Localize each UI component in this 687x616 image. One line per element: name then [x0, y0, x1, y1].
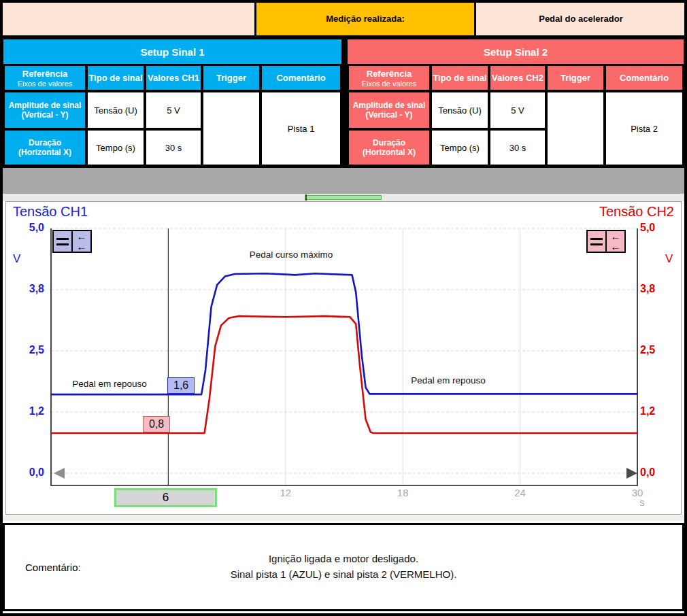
comment-text: Ignição ligada e motor desligado. Sinal …: [5, 551, 682, 582]
setup2-col-trigger: Trigger: [546, 64, 605, 91]
ch2-channel-controls[interactable]: ← ←: [586, 230, 626, 253]
setup1-table: Setup Sinal 1 Referência Eixos de valore…: [1, 37, 344, 168]
ch1-axis-title: Tensão CH1: [13, 204, 88, 220]
setup1-amplitude-tipo: Tensão (U): [86, 91, 145, 129]
scroll-left-icon[interactable]: [54, 468, 65, 479]
time-scrollbar[interactable]: [1, 194, 686, 201]
setup1-amplitude-valor: 5 V: [145, 91, 202, 129]
x-tick-label: 30: [624, 487, 651, 498]
y-tick-label-right: 0,0: [640, 466, 669, 479]
ch2-levels-icon[interactable]: [586, 230, 607, 253]
setup1-comentario-cell: Pista 1: [261, 91, 341, 166]
setup1-col-comentario: Comentário: [261, 64, 341, 91]
x-tick-label: 18: [389, 487, 416, 498]
setup2-row-amplitude-label: Amplitude de sinal (Vertical - Y): [348, 91, 431, 129]
setup1-row-amplitude-label: Amplitude de sinal (Vertical - Y): [3, 91, 86, 129]
setup2-table: Setup Sinal 2 Referência Eixos de valore…: [344, 37, 686, 168]
ch1-unit-label: V: [13, 252, 20, 266]
ch2-unit-label: V: [665, 252, 673, 266]
setup2-duracao-tipo: Tempo (s): [431, 129, 489, 166]
banner-spacer: [1, 1, 254, 35]
setup1-col-tipo: Tipo de sinal: [86, 64, 145, 91]
setup2-header-row: Referência Eixos de valores Tipo de sina…: [348, 64, 684, 91]
setup1-body: Amplitude de sinal (Vertical - Y) Tensão…: [3, 91, 341, 166]
x-tick-label: 12: [272, 487, 299, 498]
setup1-trigger-cell: [202, 91, 261, 166]
ch1-shift-left-icon[interactable]: ← ←: [71, 230, 92, 253]
separator-band: [1, 168, 686, 194]
plot-border: [51, 228, 637, 485]
setup2-comentario-cell: Pista 2: [605, 91, 684, 166]
scroll-right-icon[interactable]: [626, 468, 637, 479]
y-tick-label-right: 1,2: [640, 405, 669, 417]
y-tick-label-left: 0,0: [16, 466, 44, 479]
comment-line1: Ignição ligada e motor desligado.: [5, 551, 682, 566]
y-tick-label-left: 2,5: [16, 344, 44, 356]
time-scrollbar-thumb[interactable]: [305, 195, 382, 200]
trace-ch1: [51, 273, 637, 394]
ch2-rest-value-badge: 0,8: [143, 416, 170, 432]
setup1-col-valores: Valores CH1: [145, 64, 202, 91]
panel-bottom-strip: [1, 515, 686, 521]
header-banner: Medição realizada: Pedal do acelerador: [1, 1, 686, 37]
scope-svg: [6, 202, 682, 515]
setup1-col-referencia: Referência Eixos de valores: [3, 64, 86, 91]
y-tick-label-left: 1,2: [16, 405, 44, 417]
setup1-header-row: Referência Eixos de valores Tipo de sina…: [3, 64, 341, 91]
y-tick-label-left: 5,0: [16, 222, 44, 234]
comment-section: Comentário: Ignição ligada e motor desli…: [3, 523, 684, 611]
measurement-value: Pedal do acelerador: [476, 1, 686, 35]
setup1-duracao-tipo: Tempo (s): [86, 129, 145, 166]
setup2-col-referencia: Referência Eixos de valores: [348, 64, 431, 91]
y-tick-label-right: 3,8: [640, 283, 669, 295]
setup1-title: Setup Sinal 1: [3, 39, 341, 64]
setup1-col-referencia-main: Referência: [22, 69, 67, 79]
measurement-label: Medição realizada:: [254, 1, 476, 35]
setup1-row-duracao-label: Duração (Horizontal X): [3, 129, 86, 166]
setup2-trigger-cell: [546, 91, 605, 166]
ch1-levels-icon[interactable]: [52, 230, 73, 253]
ch2-shift-left-icon[interactable]: ← ←: [605, 230, 626, 253]
setup2-col-comentario: Comentário: [605, 64, 684, 91]
setup-tables: Setup Sinal 1 Referência Eixos de valore…: [1, 37, 686, 168]
annotation-pedal-curso-maximo: Pedal curso máximo: [250, 250, 333, 260]
setup2-body: Amplitude de sinal (Vertical - Y) Tensão…: [348, 91, 684, 166]
ch1-channel-controls[interactable]: ← ←: [52, 230, 92, 253]
y-tick-label-left: 3,8: [16, 283, 44, 295]
setup2-col-referencia-sub: Eixos de valores: [362, 80, 417, 88]
setup2-duracao-valor: 30 s: [489, 129, 546, 166]
comment-line2: Sinal pista 1 (AZUL) e sinal pista 2 (VE…: [5, 566, 682, 582]
trace-ch2: [51, 316, 637, 433]
ch2-axis-title: Tensão CH2: [599, 204, 674, 220]
setup1-col-trigger: Trigger: [202, 64, 261, 91]
setup1-col-referencia-sub: Eixos de valores: [18, 80, 73, 88]
setup2-amplitude-tipo: Tensão (U): [431, 91, 489, 129]
measurement-worksheet: Medição realizada: Pedal do acelerador S…: [0, 0, 687, 616]
ch1-rest-value-badge: 1,6: [167, 377, 195, 394]
oscilloscope-panel: Tensão CH1 Tensão CH2 V V ← ← ← ← Pedal …: [5, 201, 682, 515]
setup2-col-valores: Valores CH2: [489, 64, 546, 91]
setup2-col-tipo: Tipo de sinal: [431, 64, 489, 91]
setup2-title: Setup Sinal 2: [348, 39, 684, 64]
setup1-duracao-valor: 30 s: [145, 129, 202, 166]
y-tick-label-right: 2,5: [640, 344, 669, 356]
y-tick-label-right: 5,0: [640, 222, 669, 234]
setup2-amplitude-valor: 5 V: [489, 91, 546, 129]
time-cursor-value-box[interactable]: 6: [114, 488, 217, 507]
annotation-pedal-em-repouso-right: Pedal em repouso: [411, 375, 486, 386]
setup2-row-duracao-label: Duração (Horizontal X): [348, 129, 431, 166]
annotation-pedal-em-repouso-left: Pedal em repouso: [72, 379, 147, 389]
x-tick-label: 24: [507, 487, 534, 498]
setup2-col-referencia-main: Referência: [367, 69, 412, 79]
